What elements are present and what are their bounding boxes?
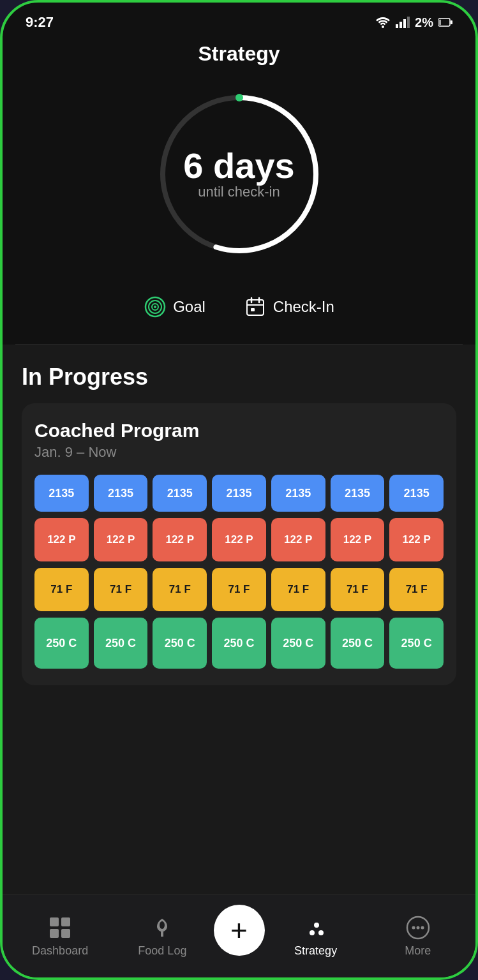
svg-point-29: [412, 926, 415, 930]
goal-icon: [144, 295, 167, 318]
in-progress-section: In Progress Coached Program Jan. 9 – Now…: [3, 345, 475, 698]
dashboard-icon: [47, 915, 73, 940]
fat-cell-1: 71 F: [34, 568, 89, 611]
carb-cell-3: 250 C: [153, 618, 207, 669]
carb-cell-7: 250 C: [389, 618, 444, 669]
strategy-icon: [303, 915, 329, 940]
add-button[interactable]: +: [214, 905, 265, 956]
carb-cell-5: 250 C: [271, 618, 325, 669]
svg-rect-15: [247, 300, 264, 315]
prot-cell-6: 122 P: [331, 518, 385, 561]
nutrition-grid: 2135 2135 2135 2135 2135 2135 2135 122 P…: [34, 475, 444, 669]
page-title: Strategy: [3, 42, 475, 66]
svg-point-25: [310, 930, 315, 935]
svg-rect-6: [451, 20, 452, 24]
carb-cell-4: 250 C: [212, 618, 266, 669]
section-title: In Progress: [22, 364, 456, 390]
carbs-row: 250 C 250 C 250 C 250 C 250 C 250 C 250 …: [34, 618, 444, 669]
svg-rect-19: [251, 308, 255, 311]
fat-cell-6: 71 F: [331, 568, 385, 611]
status-right: 2%: [375, 15, 452, 30]
fat-row: 71 F 71 F 71 F 71 F 71 F 71 F 71 F: [34, 568, 444, 611]
svg-point-31: [421, 926, 424, 930]
fat-cell-3: 71 F: [153, 568, 207, 611]
prot-cell-1: 122 P: [34, 518, 89, 561]
battery-level: 2%: [415, 15, 433, 30]
svg-point-14: [154, 306, 156, 308]
protein-row: 122 P 122 P 122 P 122 P 122 P 122 P 122 …: [34, 518, 444, 561]
carb-cell-1: 250 C: [34, 618, 89, 669]
svg-rect-4: [407, 17, 410, 28]
svg-point-30: [416, 926, 419, 930]
calories-row: 2135 2135 2135 2135 2135 2135 2135: [34, 475, 444, 512]
countdown-circle: 6 days until check-in: [150, 85, 329, 264]
cal-cell-1: 2135: [34, 475, 89, 512]
svg-point-10: [235, 94, 243, 101]
carb-cell-6: 250 C: [331, 618, 385, 669]
checkin-label: Check-In: [273, 298, 334, 316]
nav-food-log[interactable]: Food Log: [111, 915, 213, 958]
prot-cell-2: 122 P: [94, 518, 148, 561]
program-card: Coached Program Jan. 9 – Now 2135 2135 2…: [22, 403, 456, 685]
phone-frame: 9:27 2%: [0, 0, 478, 980]
bottom-nav: Dashboard Food Log +: [3, 895, 475, 977]
food-log-label: Food Log: [138, 944, 186, 958]
action-buttons: Goal Check-In: [3, 283, 475, 331]
cal-cell-3: 2135: [153, 475, 207, 512]
add-icon: +: [230, 916, 248, 945]
header-section: Strategy 6 days until check-in: [3, 36, 475, 344]
prot-cell-7: 122 P: [389, 518, 444, 561]
svg-rect-7: [440, 20, 441, 26]
prot-cell-3: 122 P: [153, 518, 207, 561]
scroll-area[interactable]: In Progress Coached Program Jan. 9 – Now…: [3, 345, 475, 895]
nav-dashboard[interactable]: Dashboard: [9, 915, 111, 958]
goal-button[interactable]: Goal: [144, 295, 205, 318]
fat-cell-2: 71 F: [94, 568, 148, 611]
circle-svg: [150, 85, 329, 264]
cal-cell-4: 2135: [212, 475, 266, 512]
svg-point-0: [382, 26, 384, 28]
strategy-label: Strategy: [294, 944, 337, 958]
status-bar: 9:27 2%: [3, 3, 475, 36]
checkin-icon: [244, 295, 267, 318]
svg-point-27: [314, 923, 319, 928]
svg-rect-2: [400, 22, 402, 28]
food-log-icon: [149, 915, 175, 940]
fat-cell-4: 71 F: [212, 568, 266, 611]
fat-cell-7: 71 F: [389, 568, 444, 611]
prot-cell-5: 122 P: [271, 518, 325, 561]
cal-cell-6: 2135: [331, 475, 385, 512]
cal-cell-5: 2135: [271, 475, 325, 512]
svg-rect-1: [396, 24, 398, 28]
screen-content: Strategy 6 days until check-in: [3, 36, 475, 977]
cal-cell-7: 2135: [389, 475, 444, 512]
svg-point-24: [160, 921, 165, 929]
dashboard-label: Dashboard: [32, 944, 88, 958]
svg-rect-20: [50, 917, 59, 926]
svg-rect-21: [61, 917, 70, 926]
more-icon: [405, 915, 431, 940]
battery-icon: [438, 18, 452, 27]
carb-cell-2: 250 C: [94, 618, 148, 669]
svg-point-26: [318, 930, 324, 935]
checkin-button[interactable]: Check-In: [244, 295, 334, 318]
fat-cell-5: 71 F: [271, 568, 325, 611]
nav-more[interactable]: More: [367, 915, 469, 958]
signal-icon: [396, 17, 410, 28]
cal-cell-2: 2135: [94, 475, 148, 512]
wifi-icon: [375, 17, 391, 28]
program-date: Jan. 9 – Now: [34, 444, 444, 461]
svg-rect-22: [50, 929, 59, 938]
svg-rect-3: [403, 19, 406, 28]
prot-cell-4: 122 P: [212, 518, 266, 561]
goal-label: Goal: [173, 298, 205, 316]
more-label: More: [405, 944, 431, 958]
status-time: 9:27: [26, 14, 54, 31]
svg-rect-23: [61, 929, 70, 938]
program-name: Coached Program: [34, 420, 444, 442]
nav-strategy[interactable]: Strategy: [265, 915, 367, 958]
